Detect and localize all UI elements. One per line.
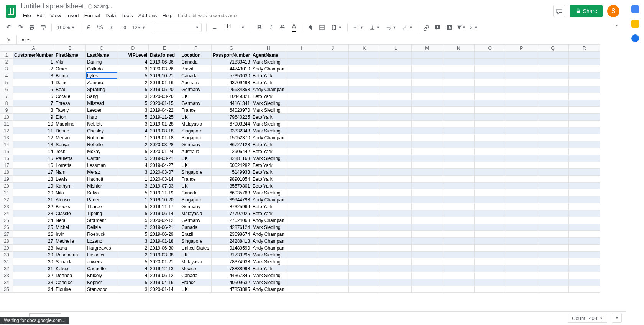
cell[interactable]: VIPLevel xyxy=(117,52,149,59)
cell[interactable] xyxy=(317,107,348,114)
cell[interactable]: UK xyxy=(180,286,212,293)
cell[interactable]: 34 xyxy=(13,286,54,293)
cell[interactable]: Daine xyxy=(54,79,86,86)
cell[interactable]: 2019-11-19 xyxy=(149,189,180,196)
cell[interactable] xyxy=(317,231,348,238)
cell[interactable]: Nita xyxy=(54,189,86,196)
cell[interactable] xyxy=(568,183,600,189)
cell[interactable] xyxy=(348,176,380,183)
cell[interactable] xyxy=(348,65,380,72)
cell[interactable] xyxy=(443,79,474,86)
cell[interactable] xyxy=(443,245,474,252)
cell[interactable]: Mark Siedling xyxy=(251,59,286,65)
cell[interactable] xyxy=(317,210,348,217)
cell[interactable]: 5 xyxy=(117,100,149,107)
cell[interactable] xyxy=(411,127,443,134)
cell[interactable]: Spratling xyxy=(86,86,117,93)
cell[interactable] xyxy=(443,155,474,162)
cell[interactable]: 2019-04-27 xyxy=(149,162,180,169)
cell[interactable] xyxy=(380,196,411,203)
cell[interactable] xyxy=(474,245,506,252)
cell[interactable] xyxy=(380,203,411,210)
cell[interactable]: 2020-03-28 xyxy=(149,141,180,148)
cell[interactable] xyxy=(537,134,568,141)
row-header[interactable]: 32 xyxy=(0,265,13,272)
cell[interactable]: Lozano xyxy=(86,238,117,245)
cell[interactable] xyxy=(380,279,411,286)
cell[interactable] xyxy=(286,286,317,293)
cell[interactable]: 2019-04-16 xyxy=(149,279,180,286)
cell[interactable]: France xyxy=(180,176,212,183)
cell[interactable] xyxy=(411,65,443,72)
cell[interactable] xyxy=(286,217,317,224)
cell[interactable]: 71833413 xyxy=(212,59,251,65)
cell[interactable]: 19 xyxy=(13,183,54,189)
cell[interactable] xyxy=(317,65,348,72)
wrap-button[interactable]: ▼ xyxy=(384,25,399,30)
font-size-input[interactable]: 11 xyxy=(221,23,237,32)
cell[interactable]: Andy Champan xyxy=(251,245,286,252)
row-header[interactable]: 33 xyxy=(0,272,13,279)
cell[interactable] xyxy=(286,86,317,93)
row-header[interactable]: 21 xyxy=(0,189,13,196)
cell[interactable] xyxy=(474,203,506,210)
cell[interactable]: Location xyxy=(180,52,212,59)
cell[interactable] xyxy=(443,265,474,272)
cell[interactable]: 8 xyxy=(13,107,54,114)
cell[interactable] xyxy=(411,224,443,231)
cell[interactable]: Germany xyxy=(180,217,212,224)
row-header[interactable]: 10 xyxy=(0,114,13,121)
cell[interactable]: 64023970 xyxy=(212,107,251,114)
cell[interactable] xyxy=(537,93,568,100)
cell[interactable] xyxy=(348,286,380,293)
cell[interactable] xyxy=(568,258,600,265)
cell[interactable] xyxy=(443,183,474,189)
cell[interactable] xyxy=(568,52,600,59)
row-header[interactable]: 4 xyxy=(0,72,13,79)
cell[interactable]: Mishler xyxy=(86,183,117,189)
cell[interactable] xyxy=(474,196,506,203)
cell[interactable]: 5 xyxy=(117,189,149,196)
bold-button[interactable]: B xyxy=(255,23,264,33)
cell[interactable]: Brazil xyxy=(180,231,212,238)
cell[interactable]: France xyxy=(180,279,212,286)
cell[interactable]: UK xyxy=(180,162,212,169)
cell[interactable]: Mark Siedling xyxy=(251,272,286,279)
cell[interactable]: Malayasia xyxy=(180,210,212,217)
cell[interactable] xyxy=(568,162,600,169)
cell[interactable]: 2019-11-17 xyxy=(149,203,180,210)
cell[interactable] xyxy=(537,162,568,169)
cell[interactable] xyxy=(568,189,600,196)
cell[interactable]: Pauletta xyxy=(54,155,86,162)
cell[interactable] xyxy=(411,238,443,245)
cell[interactable]: Singapore xyxy=(180,134,212,141)
cell[interactable]: 2019-10-20 xyxy=(149,196,180,203)
row-header[interactable]: 24 xyxy=(0,210,13,217)
filter-button[interactable]: ▼ xyxy=(456,23,466,33)
cell[interactable]: Josh xyxy=(54,148,86,155)
cell[interactable]: 2 xyxy=(117,141,149,148)
cell[interactable] xyxy=(411,134,443,141)
cell[interactable]: Milstead xyxy=(86,100,117,107)
cell[interactable]: Mark Siedling xyxy=(251,155,286,162)
cell[interactable]: 25634353 xyxy=(212,86,251,93)
col-header-O[interactable]: O xyxy=(474,45,506,52)
cell[interactable] xyxy=(317,134,348,141)
cell[interactable]: 30 xyxy=(13,258,54,265)
cell[interactable]: Mark Siedling xyxy=(251,107,286,114)
cell[interactable]: 12 xyxy=(13,134,54,141)
cell[interactable]: 2019-03-08 xyxy=(149,252,180,258)
cell[interactable] xyxy=(380,59,411,65)
cell[interactable] xyxy=(443,203,474,210)
cell[interactable] xyxy=(474,272,506,279)
cell[interactable]: 78838998 xyxy=(212,265,251,272)
cell[interactable]: Lyles xyxy=(86,72,117,79)
cell[interactable] xyxy=(411,114,443,121)
cell[interactable] xyxy=(411,203,443,210)
cell[interactable]: Sang xyxy=(86,93,117,100)
cell[interactable] xyxy=(506,231,537,238)
cell[interactable] xyxy=(380,183,411,189)
calendar-addon-icon[interactable] xyxy=(631,5,639,13)
cell[interactable] xyxy=(506,279,537,286)
cell[interactable]: Partee xyxy=(86,196,117,203)
